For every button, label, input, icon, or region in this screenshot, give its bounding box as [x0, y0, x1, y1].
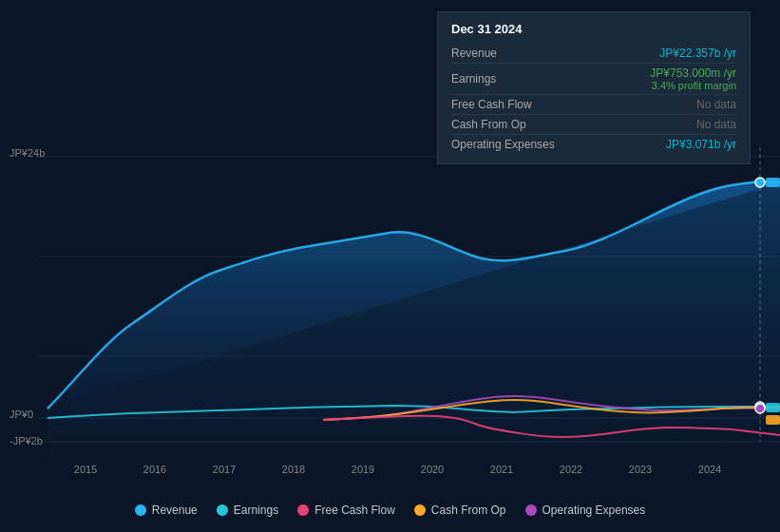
- chart-container: JP¥24b JP¥0 -JP¥2b 2015 2016 2017 2018 2…: [0, 0, 780, 532]
- tooltip-value-cashop: No data: [696, 118, 736, 131]
- legend-revenue[interactable]: Revenue: [135, 504, 198, 517]
- x-label-2016: 2016: [143, 464, 166, 475]
- x-label-2022: 2022: [560, 464, 582, 475]
- legend-label-fcf: Free Cash Flow: [314, 504, 395, 517]
- x-label-2019: 2019: [352, 464, 374, 475]
- x-label-2015: 2015: [74, 464, 97, 475]
- legend-label-cashop: Cash From Op: [431, 504, 506, 517]
- x-label-2021: 2021: [490, 464, 513, 475]
- legend-dot-opex: [525, 504, 537, 516]
- tooltip-label-cashop: Cash From Op: [451, 118, 575, 131]
- tooltip-label-revenue: Revenue: [451, 47, 575, 60]
- legend-dot-earnings: [217, 504, 228, 516]
- tooltip-label-opex: Operating Expenses: [451, 138, 575, 151]
- legend-dot-revenue: [135, 504, 146, 516]
- tooltip-profit-margin: 3.4% profit margin: [650, 80, 736, 91]
- tooltip-row-fcf: Free Cash Flow No data: [451, 95, 736, 115]
- tooltip-value-opex: JP¥3.071b /yr: [666, 138, 736, 151]
- legend-label-opex: Operating Expenses: [542, 504, 646, 517]
- legend-earnings[interactable]: Earnings: [217, 504, 278, 517]
- svg-rect-12: [766, 415, 780, 425]
- tooltip-row-cashop: Cash From Op No data: [451, 115, 736, 135]
- x-label-2024: 2024: [698, 464, 721, 475]
- x-label-2023: 2023: [629, 464, 652, 475]
- chart-legend: Revenue Earnings Free Cash Flow Cash Fro…: [0, 496, 780, 524]
- svg-rect-10: [766, 178, 780, 187]
- legend-cashop[interactable]: Cash From Op: [414, 504, 506, 517]
- x-label-2020: 2020: [421, 464, 444, 475]
- svg-rect-11: [766, 403, 780, 412]
- legend-dot-fcf: [297, 504, 309, 516]
- tooltip-value-earnings: JP¥753.000m /yr: [650, 66, 736, 80]
- legend-label-earnings: Earnings: [234, 504, 278, 517]
- legend-opex[interactable]: Operating Expenses: [525, 504, 646, 517]
- tooltip-row-earnings: Earnings JP¥753.000m /yr 3.4% profit mar…: [451, 64, 736, 95]
- y-axis-top-label: JP¥24b: [10, 147, 45, 159]
- svg-point-9: [755, 404, 765, 413]
- tooltip-row-opex: Operating Expenses JP¥3.071b /yr: [451, 135, 736, 154]
- x-label-2018: 2018: [282, 464, 305, 475]
- tooltip-card: Dec 31 2024 Revenue JP¥22.357b /yr Earni…: [437, 11, 751, 164]
- tooltip-date: Dec 31 2024: [451, 22, 736, 36]
- legend-fcf[interactable]: Free Cash Flow: [297, 504, 395, 517]
- tooltip-label-fcf: Free Cash Flow: [451, 98, 575, 111]
- legend-dot-cashop: [414, 504, 426, 516]
- y-axis-mid-label: JP¥0: [10, 408, 33, 420]
- tooltip-value-revenue: JP¥22.357b /yr: [659, 47, 736, 60]
- legend-label-revenue: Revenue: [152, 504, 198, 517]
- tooltip-row-revenue: Revenue JP¥22.357b /yr: [451, 44, 736, 64]
- svg-point-7: [755, 178, 765, 187]
- tooltip-value-fcf: No data: [696, 98, 736, 111]
- x-label-2017: 2017: [213, 464, 236, 475]
- tooltip-label-earnings: Earnings: [451, 72, 575, 86]
- y-axis-bottom-label: -JP¥2b: [10, 435, 43, 446]
